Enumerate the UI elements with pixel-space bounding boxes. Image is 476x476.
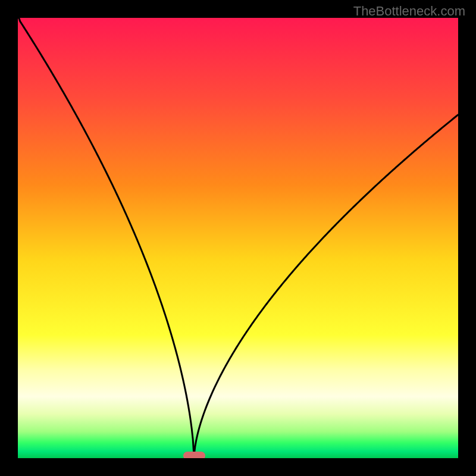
- chart-frame: TheBottleneck.com: [0, 0, 476, 476]
- gradient-rect: [18, 18, 458, 458]
- gradient-background: [18, 18, 458, 458]
- minimum-marker: [183, 452, 205, 458]
- plot-area: [18, 18, 458, 458]
- watermark-text: TheBottleneck.com: [353, 4, 465, 19]
